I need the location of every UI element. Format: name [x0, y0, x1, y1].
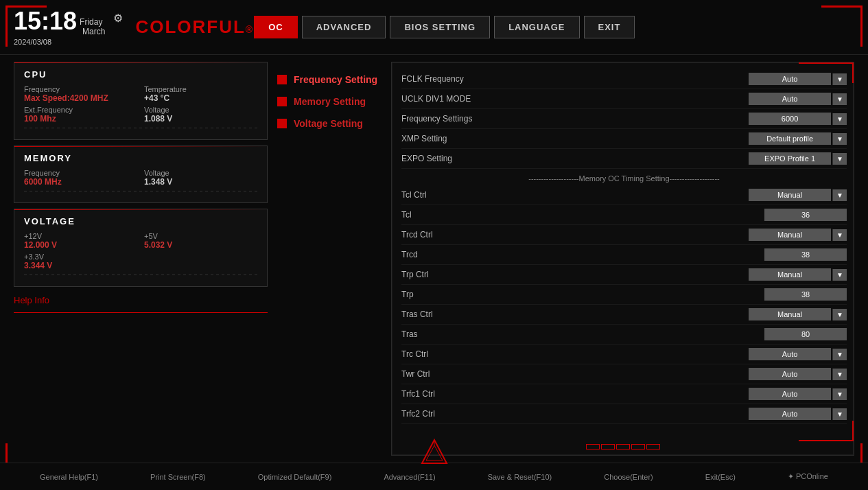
triangle-logo	[421, 439, 448, 466]
dropdown-arrow-icon[interactable]: ▼	[832, 269, 847, 281]
timing-value[interactable]: Auto	[749, 368, 831, 380]
bottom-choose: Choose(Enter)	[604, 473, 653, 481]
dropdown-arrow-icon[interactable]: ▼	[832, 153, 847, 165]
dropdown-arrow-icon[interactable]: ▼	[832, 349, 847, 360]
timing-row: Tcl CtrlManual▼	[401, 185, 847, 205]
menu-bullet-frequency	[277, 75, 287, 84]
timing-row: Twr CtrlAuto▼	[401, 364, 847, 384]
voltage-divider	[24, 275, 257, 275]
timing-value[interactable]: 80	[764, 328, 847, 340]
clock-time: 15:18	[14, 9, 77, 34]
cpu-ext-freq: Ext.Frequency 100 Mhz	[24, 106, 137, 124]
bottom-bar: General Help(F1) Print Screen(F8) Optimi…	[0, 463, 868, 490]
timing-value[interactable]: Manual	[749, 268, 831, 281]
setting-value[interactable]: 6000	[749, 113, 831, 125]
nav-advanced-button[interactable]: ADVANCED	[302, 16, 386, 38]
header: 15:18 Friday March 2024/03/08 ⚙ COLORFUL…	[0, 0, 868, 55]
timing-control: Manual▼	[749, 308, 847, 320]
timing-value[interactable]: Auto	[749, 408, 831, 420]
bottom-help: General Help(F1)	[40, 473, 98, 481]
timing-name: Trp Ctrl	[401, 270, 749, 279]
dropdown-arrow-icon[interactable]: ▼	[832, 309, 847, 320]
setting-value[interactable]: Auto	[749, 93, 831, 105]
setting-row: Frequency Settings6000▼	[401, 109, 847, 129]
cpu-temp: Temperature +43 °C	[144, 85, 257, 103]
timing-value[interactable]: Auto	[749, 348, 831, 360]
timing-row: Trc CtrlAuto▼	[401, 345, 847, 364]
menu-label-frequency: Frequency Setting	[294, 74, 377, 85]
timing-control: 36	[764, 209, 847, 221]
settings-list: FCLK FrequencyAuto▼UCLK DIV1 MODEAuto▼Fr…	[392, 62, 854, 455]
dropdown-arrow-icon[interactable]: ▼	[832, 369, 847, 380]
timing-name: Trc Ctrl	[401, 349, 749, 359]
setting-name: Frequency Settings	[401, 114, 749, 124]
timing-control: Auto▼	[749, 408, 847, 420]
nav-oc-button[interactable]: OC	[254, 16, 298, 38]
nav-language-button[interactable]: LANGUAGE	[494, 16, 579, 38]
timing-value[interactable]: Manual	[749, 308, 831, 320]
setting-control: Default profile▼	[749, 132, 847, 145]
menu-bullet-memory	[277, 97, 287, 106]
dropdown-arrow-icon[interactable]: ▼	[832, 93, 847, 105]
voltage-stats: +12V 12.000 V +5V 5.032 V +3.3V 3.344 V	[24, 232, 257, 270]
memory-card: MEMORY Frequency 6000 MHz Voltage 1.348 …	[14, 145, 268, 203]
svg-marker-1	[426, 445, 443, 460]
timing-row: Tras CtrlManual▼	[401, 305, 847, 325]
timing-row: Tras80	[401, 325, 847, 345]
panel-bottom-decoration	[586, 444, 660, 450]
timing-value[interactable]: 36	[764, 209, 847, 221]
setting-name: FCLK Frequency	[401, 74, 749, 84]
v12: +12V 12.000 V	[24, 232, 137, 250]
cpu-divider	[24, 128, 257, 128]
dropdown-arrow-icon[interactable]: ▼	[832, 133, 847, 145]
menu-memory[interactable]: Memory Setting	[274, 91, 384, 113]
dropdown-arrow-icon[interactable]: ▼	[832, 189, 847, 201]
panel-corner-br	[799, 421, 854, 441]
nav-exit-button[interactable]: EXIT	[584, 16, 635, 38]
brand-logo: COLORFUL®	[135, 16, 254, 38]
timing-value[interactable]: Auto	[749, 388, 831, 400]
dropdown-arrow-icon[interactable]: ▼	[832, 408, 847, 420]
menu-label-memory: Memory Setting	[294, 96, 366, 107]
timing-control: Manual▼	[749, 229, 847, 241]
clock-section: 15:18 Friday March 2024/03/08	[14, 9, 105, 46]
bottom-default: Optimized Default(F9)	[258, 473, 332, 481]
timing-value[interactable]: Manual	[749, 189, 831, 201]
timing-name: Trcd	[401, 250, 764, 259]
cpu-volt: Voltage 1.088 V	[144, 106, 257, 124]
timing-name: Tcl Ctrl	[401, 190, 749, 200]
cpu-title: CPU	[24, 69, 257, 80]
setting-name: EXPO Setting	[401, 154, 749, 163]
timing-control: 80	[764, 328, 847, 340]
timing-row: Trp CtrlManual▼	[401, 265, 847, 285]
dropdown-arrow-icon[interactable]: ▼	[832, 113, 847, 125]
timing-name: Tras Ctrl	[401, 310, 749, 319]
timing-value[interactable]: 38	[764, 288, 847, 301]
left-panel: CPU Frequency Max Speed:4200 MHZ Tempera…	[14, 62, 268, 456]
setting-control: Auto▼	[749, 93, 847, 105]
help-divider	[14, 312, 268, 313]
timing-value[interactable]: Manual	[749, 229, 831, 241]
setting-value[interactable]: EXPO Profile 1	[749, 152, 831, 165]
help-info: Help Info	[14, 295, 268, 305]
setting-row: FCLK FrequencyAuto▼	[401, 69, 847, 89]
timing-control: Manual▼	[749, 268, 847, 281]
center-panel: Frequency Setting Memory Setting Voltage…	[274, 62, 384, 456]
menu-frequency[interactable]: Frequency Setting	[274, 69, 384, 91]
voltage-title: VOLTAGE	[24, 216, 257, 226]
setting-value[interactable]: Default profile	[749, 132, 831, 145]
dropdown-arrow-icon[interactable]: ▼	[832, 229, 847, 241]
v33: +3.3V 3.344 V	[24, 253, 137, 270]
bottom-exit: Exit(Esc)	[705, 473, 736, 481]
right-settings-panel: FCLK FrequencyAuto▼UCLK DIV1 MODEAuto▼Fr…	[391, 62, 854, 456]
timing-name: Trcd Ctrl	[401, 230, 749, 240]
setting-control: 6000▼	[749, 113, 847, 125]
timing-row: Trp38	[401, 285, 847, 305]
setting-control: EXPO Profile 1▼	[749, 152, 847, 165]
dropdown-arrow-icon[interactable]: ▼	[832, 388, 847, 400]
menu-voltage[interactable]: Voltage Setting	[274, 113, 384, 135]
timing-value[interactable]: 38	[764, 248, 847, 261]
setting-row: XMP SettingDefault profile▼	[401, 129, 847, 149]
mem-volt: Voltage 1.348 V	[144, 169, 257, 187]
nav-bios-button[interactable]: BIOS SETTING	[390, 16, 490, 38]
